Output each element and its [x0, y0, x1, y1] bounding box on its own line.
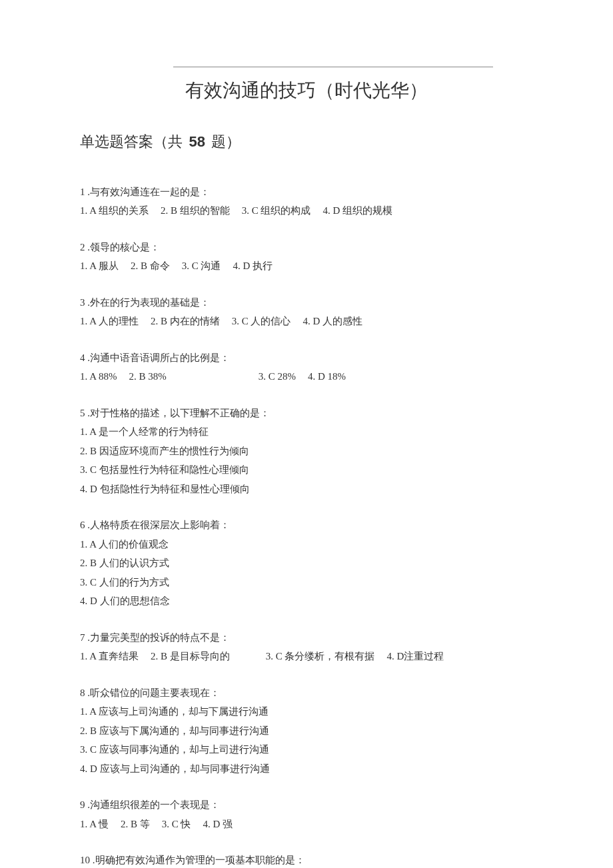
- option: 2. B 内在的情绪: [151, 312, 220, 331]
- option: 1. A 直奔结果: [80, 647, 139, 666]
- option: 3. C 沟通: [182, 256, 221, 276]
- option: 2. B 等: [121, 815, 150, 834]
- option: 2. B 因适应环境而产生的惯性行为倾向: [80, 442, 533, 461]
- option: 3. C 包括显性行为特征和隐性心理倾向: [80, 460, 533, 480]
- question-text: 1 .与有效沟通连在一起的是：: [80, 183, 533, 202]
- options-row: 1. A 服从2. B 命令3. C 沟通4. D 执行: [80, 256, 533, 276]
- option: 1. A 组织的关系: [80, 201, 149, 220]
- option: 1. A 慢: [80, 815, 109, 834]
- question-text: 2 .领导的核心是：: [80, 238, 533, 257]
- option: 4. D 执行: [233, 256, 273, 276]
- question-block: 2 .领导的核心是：1. A 服从2. B 命令3. C 沟通4. D 执行: [80, 238, 533, 276]
- question-text: 6 .人格特质在很深层次上影响着：: [80, 516, 533, 535]
- option: 3. C 人们的行为方式: [80, 573, 533, 592]
- option: 2. B 命令: [131, 256, 170, 276]
- option: 1. A 88%: [80, 367, 117, 386]
- option: 4. D注重过程: [386, 647, 444, 666]
- question-block: 7 .力量完美型的投诉的特点不是：1. A 直奔结果2. B 是目标导向的3. …: [80, 628, 533, 666]
- question-block: 6 .人格特质在很深层次上影响着：1. A 人们的价值观念2. B 人们的认识方…: [80, 516, 533, 611]
- options-row: 1. A 慢2. B 等3. C 快4. D 强: [80, 815, 533, 834]
- option: 1. A 服从: [80, 256, 119, 276]
- question-block: 5 .对于性格的描述，以下理解不正确的是：1. A 是一个人经常的行为特征2. …: [80, 404, 533, 499]
- option: 3. C 条分缕析，有根有据: [266, 647, 375, 666]
- option: 3. C 人的信心: [232, 312, 291, 331]
- option: 4. D 强: [203, 815, 233, 834]
- option: 1. A 应该与上司沟通的，却与下属进行沟通: [80, 702, 533, 721]
- option: 4. D 应该与上司沟通的，却与同事进行沟通: [80, 759, 533, 779]
- section-heading: 单选题答案（共 58 题）: [80, 128, 533, 156]
- question-text: 3 .外在的行为表现的基础是：: [80, 293, 533, 312]
- section-count: 58: [189, 133, 205, 150]
- option: 3. C 28%: [259, 367, 296, 386]
- top-divider: [173, 67, 493, 67]
- question-block: 4 .沟通中语音语调所占的比例是：1. A 88%2. B 38%3. C 28…: [80, 348, 533, 386]
- option: 3. C 组织的构成: [242, 201, 311, 220]
- option: 2. B 是目标导向的: [151, 647, 230, 666]
- document-title: 有效沟通的技巧（时代光华）: [80, 73, 533, 108]
- section-prefix: 单选题答案（共: [80, 133, 183, 150]
- options-row: 1. A 88%2. B 38%3. C 28%4. D 18%: [80, 367, 533, 386]
- document-page: 有效沟通的技巧（时代光华） 单选题答案（共 58 题） 1 .与有效沟通连在一起…: [0, 0, 613, 868]
- option: 3. C 快: [162, 815, 191, 834]
- option: 4. D 包括隐性行为特征和显性心理倾向: [80, 480, 533, 499]
- question-block: 10 .明确把有效沟通作为管理的一项基本职能的是：1. A 戴明2. B 麦克卢…: [80, 851, 533, 868]
- options-list: 1. A 人们的价值观念2. B 人们的认识方式3. C 人们的行为方式4. D…: [80, 535, 533, 611]
- option: 1. A 是一个人经常的行为特征: [80, 422, 533, 442]
- option: 2. B 人们的认识方式: [80, 554, 533, 573]
- question-text: 4 .沟通中语音语调所占的比例是：: [80, 348, 533, 368]
- question-text: 5 .对于性格的描述，以下理解不正确的是：: [80, 404, 533, 423]
- option: 2. B 38%: [129, 367, 166, 386]
- section-suffix: 题）: [211, 133, 241, 150]
- options-list: 1. A 应该与上司沟通的，却与下属进行沟通2. B 应该与下属沟通的，却与同事…: [80, 702, 533, 778]
- option: 4. D 人们的思想信念: [80, 592, 533, 611]
- question-text: 8 .听众错位的问题主要表现在：: [80, 683, 533, 703]
- question-block: 8 .听众错位的问题主要表现在：1. A 应该与上司沟通的，却与下属进行沟通2.…: [80, 683, 533, 779]
- option: 4. D 组织的规模: [322, 201, 392, 220]
- options-row: 1. A 组织的关系2. B 组织的智能3. C 组织的构成4. D 组织的规模: [80, 201, 533, 220]
- question-text: 7 .力量完美型的投诉的特点不是：: [80, 628, 533, 648]
- question-block: 3 .外在的行为表现的基础是：1. A 人的理性2. B 内在的情绪3. C 人…: [80, 293, 533, 331]
- options-list: 1. A 是一个人经常的行为特征2. B 因适应环境而产生的惯性行为倾向3. C…: [80, 422, 533, 498]
- options-row: 1. A 直奔结果2. B 是目标导向的3. C 条分缕析，有根有据4. D注重…: [80, 647, 533, 666]
- question-text: 9 .沟通组织很差的一个表现是：: [80, 795, 533, 815]
- options-row: 1. A 人的理性2. B 内在的情绪3. C 人的信心4. D 人的感性: [80, 312, 533, 331]
- option: 4. D 人的感性: [303, 312, 362, 331]
- questions-container: 1 .与有效沟通连在一起的是：1. A 组织的关系2. B 组织的智能3. C …: [80, 183, 533, 868]
- option: 2. B 组织的智能: [161, 201, 230, 220]
- question-block: 9 .沟通组织很差的一个表现是：1. A 慢2. B 等3. C 快4. D 强: [80, 795, 533, 833]
- question-block: 1 .与有效沟通连在一起的是：1. A 组织的关系2. B 组织的智能3. C …: [80, 183, 533, 220]
- question-text: 10 .明确把有效沟通作为管理的一项基本职能的是：: [80, 851, 533, 868]
- option: 3. C 应该与同事沟通的，却与上司进行沟通: [80, 740, 533, 759]
- option: 1. A 人的理性: [80, 312, 139, 331]
- option: 2. B 应该与下属沟通的，却与同事进行沟通: [80, 721, 533, 741]
- option: 4. D 18%: [308, 367, 346, 386]
- option: 1. A 人们的价值观念: [80, 535, 533, 554]
